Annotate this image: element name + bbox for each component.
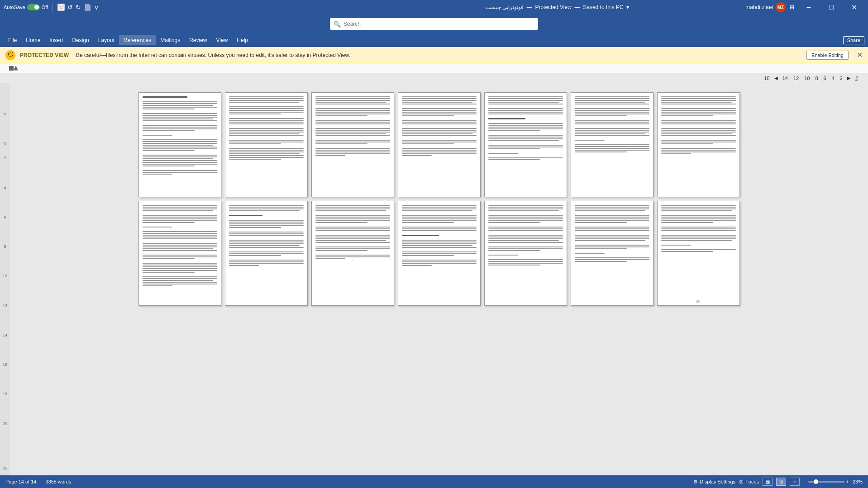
print-layout-button[interactable]: ▦ [763, 478, 773, 486]
page-thumbnail-9[interactable] [225, 201, 308, 306]
minimize-button[interactable]: – [798, 0, 819, 14]
new-doc-icon[interactable]: 📄 [84, 4, 91, 11]
zoom-percent[interactable]: 23% [853, 479, 863, 484]
title-bar-left: AutoSave Off ↺ ↻ 📄 ∨ [4, 4, 373, 11]
menu-references[interactable]: References [119, 35, 156, 45]
svg-rect-1 [60, 5, 62, 6]
ruler-corner[interactable] [9, 66, 14, 71]
sidebar-num: N [4, 136, 7, 151]
page-thumbnail-1[interactable] [138, 92, 221, 197]
zoom-slider[interactable] [808, 481, 844, 483]
zoom-out-button[interactable]: − [803, 479, 806, 484]
zoom-current[interactable]: 2 [854, 76, 859, 81]
menu-layout[interactable]: Layout [94, 35, 119, 45]
page-thumbnail-3[interactable] [311, 92, 394, 197]
page-content-4 [402, 96, 477, 193]
ruler-marker [14, 66, 18, 71]
page-number-14: 26 [696, 299, 701, 303]
page-thumbnail-2[interactable] [225, 92, 308, 197]
shield-icon: 🛡 [5, 50, 15, 60]
page-thumbnail-10[interactable]: - [311, 201, 394, 306]
page-content-11 [402, 205, 477, 302]
autosave-toggle[interactable]: AutoSave Off [4, 4, 48, 10]
sidebar-num: 4 [4, 180, 6, 195]
page-thumbnail-5[interactable] [484, 92, 567, 197]
title-bar-right: mahdi ziaei MZ ⊟ – □ ✕ [742, 0, 864, 14]
enable-editing-button[interactable]: Enable Editing [806, 51, 849, 60]
close-button[interactable]: ✕ [844, 0, 864, 14]
search-box[interactable]: 🔍 [330, 18, 538, 30]
zoom-10[interactable]: 10 [803, 76, 811, 81]
protected-view-bar: 🛡 PROTECTED VIEW Be careful—files from t… [0, 47, 868, 63]
page-thumbnail-14[interactable]: 26 [657, 201, 740, 306]
web-layout-button[interactable]: ⊞ [776, 478, 786, 486]
divider [52, 4, 53, 11]
svg-rect-2 [59, 7, 63, 9]
page-thumbnail-6[interactable] [571, 92, 653, 197]
page-thumbnail-4[interactable] [398, 92, 481, 197]
page-content-5 [488, 96, 563, 193]
zoom-8[interactable]: 8 [814, 76, 819, 81]
zoom-4[interactable]: 4 [831, 76, 835, 81]
sidebar-num: 26 [3, 460, 7, 475]
page-thumbnail-7[interactable] [657, 92, 740, 197]
zoom-18[interactable]: 18 [763, 76, 770, 81]
zoom-in-button[interactable]: + [846, 479, 849, 484]
protected-label: PROTECTED VIEW [20, 52, 69, 58]
menu-view[interactable]: View [212, 35, 233, 45]
status-bar: Page 14 of 14 3355 words ⚙ Display Setti… [0, 475, 868, 488]
menu-home[interactable]: Home [21, 35, 45, 45]
maximize-button[interactable]: □ [821, 0, 842, 14]
menu-file[interactable]: File [4, 35, 21, 45]
outline-view-button[interactable]: ≡ [790, 478, 800, 486]
zoom-arrow-left: ◀ [774, 76, 778, 81]
page-corner-num-12: - [488, 265, 563, 269]
zoom-6[interactable]: 6 [823, 76, 827, 81]
ribbon-display-icon[interactable]: ⊟ [787, 3, 796, 12]
sidebar-num: 18 [3, 387, 7, 402]
close-protected-bar-button[interactable]: ✕ [857, 51, 863, 59]
search-input[interactable] [343, 21, 534, 27]
page-thumbnail-11[interactable] [398, 201, 481, 306]
menu-design[interactable]: Design [67, 35, 93, 45]
page-content-3 [315, 96, 390, 193]
page-thumbnail-8[interactable] [138, 201, 221, 306]
focus-button[interactable]: ◎ Focus [739, 479, 759, 485]
menu-bar: File Home Insert Design Layout Reference… [0, 33, 868, 47]
undo-icon[interactable]: ↺ [67, 4, 73, 11]
page-content-7 [661, 96, 736, 193]
word-count: 3355 words [46, 479, 72, 484]
zoom-12[interactable]: 12 [792, 76, 800, 81]
save-location-text: Saved to this PC [583, 4, 623, 10]
zoom-slider-area: − + [803, 479, 849, 484]
menu-review[interactable]: Review [185, 35, 211, 45]
focus-icon: ◎ [739, 479, 744, 485]
autosave-switch[interactable] [27, 4, 40, 10]
view-mode-text: Protected View [535, 4, 572, 10]
zoom-arrow-right: ▶ [847, 76, 851, 81]
save-icon[interactable] [57, 4, 65, 11]
page-info: Page 14 of 14 [5, 479, 37, 484]
display-settings-icon: ⚙ [693, 479, 698, 485]
sidebar-num: 2 [4, 151, 6, 166]
more-icon[interactable]: ∨ [94, 4, 99, 11]
document-canvas[interactable]: - [10, 83, 868, 475]
page-row-1 [138, 92, 740, 197]
display-settings-button[interactable]: ⚙ Display Settings [693, 479, 735, 485]
page-number-sidebar: N N 2 4 6 8 10 12 14 16 18 20 26 [0, 83, 10, 475]
zoom-14[interactable]: 14 [782, 76, 789, 81]
zoom-2[interactable]: 2 [839, 76, 844, 81]
menu-help[interactable]: Help [232, 35, 253, 45]
redo-icon[interactable]: ↻ [76, 4, 81, 11]
ruler [14, 64, 868, 72]
menu-mailings[interactable]: Mailings [156, 35, 185, 45]
page-thumbnail-13[interactable] [571, 201, 653, 306]
zoom-thumb [814, 479, 818, 484]
page-row-2: - [138, 201, 740, 306]
search-icon: 🔍 [334, 21, 341, 28]
share-button[interactable]: Share [843, 36, 864, 44]
menu-insert[interactable]: Insert [45, 35, 67, 45]
page-content-2 [229, 96, 304, 193]
user-info: mahdi ziaei MZ [745, 2, 786, 12]
page-thumbnail-12[interactable]: - [484, 201, 567, 306]
